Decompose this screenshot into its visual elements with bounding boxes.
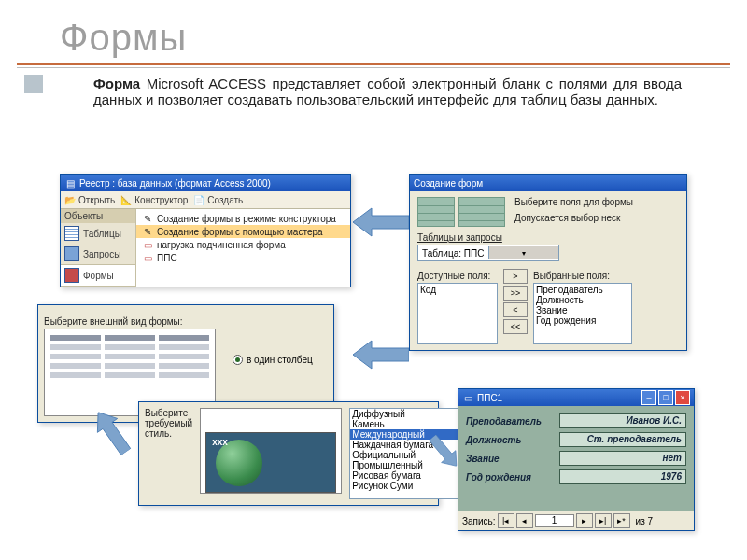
selected-fields[interactable]: Преподаватель Должность Звание Год рожде… xyxy=(533,283,632,344)
last-button[interactable]: ▸| xyxy=(595,513,612,528)
form-field[interactable]: Иванов И.С. xyxy=(559,413,686,428)
wizard-hint: Выберите поля для формы xyxy=(514,197,679,207)
sidebar-tables[interactable]: Таблицы xyxy=(61,223,135,244)
list-item[interactable]: ✎Создание формы в режиме конструктора xyxy=(136,212,350,225)
form-icon: ▭ xyxy=(462,392,473,403)
form-titlebar: ▭ ППС1 – □ × xyxy=(458,389,694,406)
sidebar-header: Объекты xyxy=(61,209,135,223)
maximize-button[interactable]: □ xyxy=(658,390,673,405)
arrow-icon xyxy=(353,336,409,373)
available-fields[interactable]: Код xyxy=(417,283,498,344)
sidebar-forms[interactable]: Формы xyxy=(61,264,135,287)
move-right-button[interactable]: > xyxy=(503,269,528,284)
wizard-icon: ✎ xyxy=(142,213,153,224)
tables-icon xyxy=(64,226,79,241)
combo-value: Таблица: ППС xyxy=(418,248,488,259)
sidebar-queries[interactable]: Запросы xyxy=(61,244,135,264)
layout-prompt: Выберите внешний вид формы: xyxy=(44,316,328,327)
open-button[interactable]: 📂 Открыть xyxy=(64,194,115,205)
registry-title: Реестр : база данных (формат Access 2000… xyxy=(79,178,271,189)
form-field[interactable]: 1976 xyxy=(559,469,686,484)
style-preview: xxx xyxy=(200,408,342,494)
object-list: ✎Создание формы в режиме конструктора ✎С… xyxy=(136,209,350,287)
form-icon: ▭ xyxy=(142,252,153,263)
create-button[interactable]: 📄 Создать xyxy=(193,194,243,205)
move-all-left-button[interactable]: << xyxy=(503,319,528,334)
form-icon: ▭ xyxy=(142,239,153,250)
form-title: ППС1 xyxy=(477,393,502,403)
wizard-title: Создание форм xyxy=(414,178,483,189)
close-button[interactable]: × xyxy=(675,390,690,405)
open-icon: 📂 xyxy=(64,194,76,205)
list-item[interactable]: ▭нагрузка подчиненная форма xyxy=(136,238,350,251)
form-row: ДолжностьСт. преподаватель xyxy=(466,432,686,447)
wizard-preview-icon xyxy=(458,197,505,227)
form-field[interactable]: нет xyxy=(559,451,686,466)
wizard-preview-icon xyxy=(417,197,455,227)
first-button[interactable]: |◂ xyxy=(498,513,514,528)
design-button[interactable]: 📐 Конструктор xyxy=(120,194,188,205)
tables-label: Таблицы и запросы xyxy=(417,232,679,243)
forms-icon xyxy=(64,268,79,283)
wizard-icon: ✎ xyxy=(142,226,153,237)
next-button[interactable]: ▸ xyxy=(576,513,593,528)
db-icon: ▤ xyxy=(64,177,76,189)
svg-marker-1 xyxy=(353,341,409,369)
form-body: ПреподавательИванов И.С. ДолжностьСт. пр… xyxy=(458,406,694,511)
registry-titlebar: ▤ Реестр : база данных (формат Access 20… xyxy=(61,175,350,191)
svg-marker-0 xyxy=(353,208,409,236)
new-icon: 📄 xyxy=(193,194,204,205)
layout-option[interactable]: в один столбец xyxy=(233,355,313,365)
nav-of: из 7 xyxy=(636,516,654,526)
radio-icon xyxy=(233,355,243,365)
object-sidebar: Объекты Таблицы Запросы Формы xyxy=(61,209,136,287)
record-navigator: Запись: |◂ ◂ 1 ▸ ▸| ▸* из 7 xyxy=(458,511,694,530)
record-number[interactable]: 1 xyxy=(535,514,574,527)
table-combo[interactable]: Таблица: ППС ▾ xyxy=(417,245,559,261)
arrow-icon xyxy=(353,203,409,241)
nav-label: Запись: xyxy=(462,516,496,526)
move-all-right-button[interactable]: >> xyxy=(503,286,528,301)
queries-icon xyxy=(64,246,79,261)
prev-button[interactable]: ◂ xyxy=(516,513,533,528)
new-record-button[interactable]: ▸* xyxy=(613,513,630,528)
ruler-icon: 📐 xyxy=(120,194,132,205)
minimize-button[interactable]: – xyxy=(641,390,656,405)
form-row: ПреподавательИванов И.С. xyxy=(466,413,686,428)
list-item[interactable]: ▭ППС xyxy=(136,251,350,264)
available-label: Доступные поля: xyxy=(417,271,498,281)
form-field[interactable]: Ст. преподаватель xyxy=(559,432,686,447)
form-row: Званиенет xyxy=(466,451,686,466)
preview-label: xxx xyxy=(212,437,228,447)
chevron-down-icon[interactable]: ▾ xyxy=(488,246,559,259)
selected-label: Выбранные поля: xyxy=(533,271,632,281)
move-left-button[interactable]: < xyxy=(503,302,528,317)
form-row: Год рождения1976 xyxy=(466,469,686,484)
registry-toolbar: 📂 Открыть 📐 Конструктор 📄 Создать xyxy=(61,191,350,209)
list-item[interactable]: ✎Создание формы с помощью мастера xyxy=(136,225,350,238)
wizard-hint: Допускается выбор неск xyxy=(514,213,679,223)
wizard-titlebar: Создание форм xyxy=(410,175,686,191)
style-prompt: Выберите требуемый стиль. xyxy=(145,408,192,497)
